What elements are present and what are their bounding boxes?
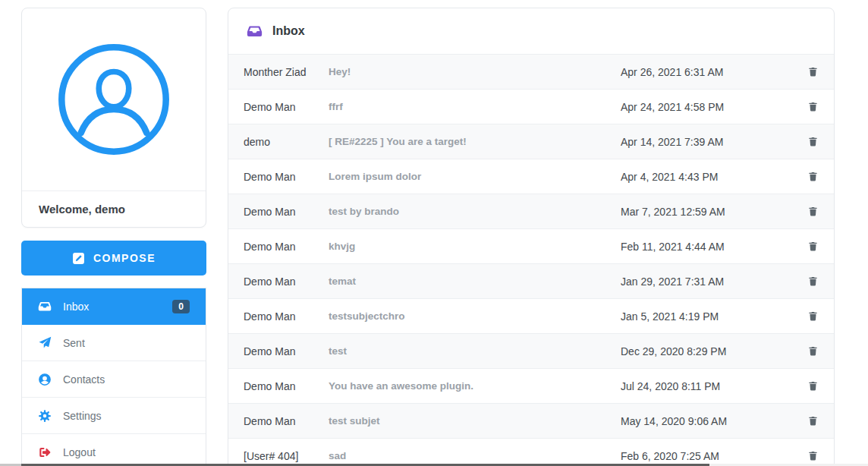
profile-card: Welcome, demo [21,8,206,228]
delete-email-button[interactable] [807,310,819,323]
email-row[interactable]: Demo Man temat Jan 29, 2021 7:31 AM [228,263,834,298]
email-row[interactable]: Demo Man test subjet May 14, 2020 9:06 A… [228,403,834,438]
sidebar-item-sent[interactable]: Sent [22,325,206,361]
trash-icon [807,345,819,357]
person-avatar-icon [56,42,171,157]
email-sender: Demo Man [244,101,329,113]
sidebar-item-label: Settings [63,410,102,422]
delete-email-button[interactable] [807,240,819,253]
email-row[interactable]: Demo Man testsubjectchro Jan 5, 2021 4:1… [228,298,834,333]
email-subject[interactable]: ffrf [329,101,621,112]
email-row[interactable]: Demo Man test Dec 29, 2020 8:29 PM [228,333,834,368]
delete-email-button[interactable] [807,135,819,148]
email-row[interactable]: Demo Man You have an awesome plugin. Jul… [228,368,834,403]
email-date: Dec 29, 2020 8:29 PM [621,345,803,357]
email-row[interactable]: Monther Ziad Hey! Apr 26, 2021 6:31 AM [228,54,834,89]
delete-email-button[interactable] [807,345,819,357]
paper-plane-icon [38,336,52,350]
email-sender: [User# 404] [244,450,329,462]
email-sender: Demo Man [244,171,329,183]
email-date: Mar 7, 2021 12:59 AM [621,206,803,218]
sidebar-item-label: Inbox [63,301,89,313]
email-date: Jan 29, 2021 7:31 AM [621,276,803,288]
delete-email-button[interactable] [807,414,819,427]
email-sender: Monther Ziad [244,66,329,78]
delete-email-button[interactable] [807,379,819,392]
avatar [22,8,206,190]
email-sender: Demo Man [244,345,329,357]
email-row[interactable]: Demo Man test by brando Mar 7, 2021 12:5… [228,194,834,228]
email-date: Jul 24, 2020 8:11 PM [621,380,803,392]
sidebar-item-inbox[interactable]: Inbox 0 [22,288,206,325]
trash-icon [807,449,819,462]
trash-icon [807,414,819,427]
email-subject[interactable]: You have an awesome plugin. [329,380,621,392]
inbox-count-badge: 0 [172,300,190,313]
sidebar-item-label: Contacts [63,373,105,386]
email-date: Apr 24, 2021 4:58 PM [621,101,803,113]
email-subject[interactable]: test [329,345,621,357]
inbox-header: Inbox [228,8,834,54]
delete-email-button[interactable] [807,275,819,288]
trash-icon [807,205,819,218]
welcome-text: Welcome, demo [22,190,206,227]
sidebar: Welcome, demo COMPOSE Inbox 0 [21,8,206,466]
email-subject[interactable]: testsubjectchro [329,310,621,322]
email-sender: Demo Man [244,276,329,288]
email-subject[interactable]: [ RE#2225 ] You are a target! [329,136,621,147]
email-sender: Demo Man [244,310,329,323]
email-subject[interactable]: Lorem ipsum dolor [329,171,621,182]
trash-icon [807,135,819,148]
inbox-icon [247,24,263,39]
gear-icon [38,409,52,423]
webmail-screen: Welcome, demo COMPOSE Inbox 0 [0,0,868,466]
delete-email-button[interactable] [807,65,819,78]
email-row[interactable]: [User# 404] sad Feb 6, 2020 7:25 AM [228,438,834,466]
email-sender: Demo Man [244,206,329,218]
trash-icon [807,100,819,113]
email-date: Jan 5, 2021 4:19 PM [621,310,803,323]
trash-icon [807,240,819,253]
email-date: Apr 26, 2021 6:31 AM [621,66,803,78]
email-sender: Demo Man [244,415,329,427]
user-circle-icon [38,373,52,386]
delete-email-button[interactable] [807,449,819,462]
pen-square-icon [72,252,85,265]
email-row[interactable]: Demo Man ffrf Apr 24, 2021 4:58 PM [228,89,834,124]
delete-email-button[interactable] [807,100,819,113]
sidebar-item-logout[interactable]: Logout [22,434,206,466]
delete-email-button[interactable] [807,170,819,183]
email-row[interactable]: demo [ RE#2225 ] You are a target! Apr 1… [228,124,834,159]
trash-icon [807,275,819,288]
email-subject[interactable]: temat [329,276,621,287]
email-date: Feb 6, 2020 7:25 AM [621,450,803,462]
sidebar-item-settings[interactable]: Settings [22,398,206,434]
compose-label: COMPOSE [93,252,156,264]
sidebar-item-contacts[interactable]: Contacts [22,361,206,398]
inbox-panel: Inbox Monther Ziad Hey! Apr 26, 2021 6:3… [228,8,835,466]
email-subject[interactable]: test by brando [329,206,621,217]
email-date: Feb 11, 2021 4:44 AM [621,241,803,253]
delete-email-button[interactable] [807,205,819,218]
email-sender: demo [244,136,329,148]
email-row[interactable]: Demo Man khvjg Feb 11, 2021 4:44 AM [228,228,834,263]
email-subject[interactable]: khvjg [329,241,621,252]
email-date: Apr 4, 2021 4:43 PM [621,171,803,183]
inbox-icon [38,300,52,313]
trash-icon [807,170,819,183]
email-sender: Demo Man [244,380,329,392]
email-subject[interactable]: test subjet [329,415,621,427]
email-list: Monther Ziad Hey! Apr 26, 2021 6:31 AM D… [228,54,834,466]
email-date: Apr 14, 2021 7:39 AM [621,136,803,148]
compose-button[interactable]: COMPOSE [21,241,206,276]
sidebar-nav: Inbox 0 Sent Contacts [21,288,206,466]
trash-icon [807,379,819,392]
email-sender: Demo Man [244,241,329,253]
email-date: May 14, 2020 9:06 AM [621,415,803,427]
email-row[interactable]: Demo Man Lorem ipsum dolor Apr 4, 2021 4… [228,159,834,194]
sidebar-item-label: Sent [63,337,85,349]
page-title: Inbox [272,24,305,38]
email-subject[interactable]: sad [329,450,621,461]
logout-icon [38,446,52,459]
email-subject[interactable]: Hey! [329,66,621,77]
